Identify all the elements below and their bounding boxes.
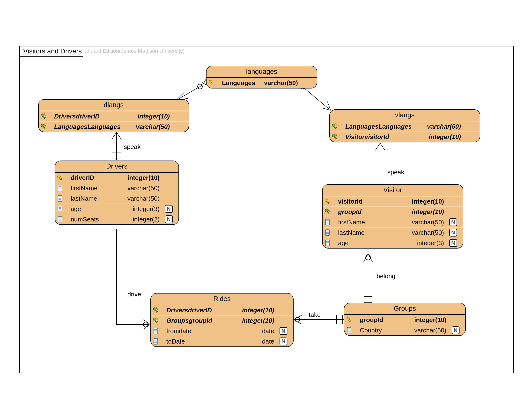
column-name: Languages — [221, 78, 260, 87]
column-icon — [324, 219, 331, 226]
entity-row: groupIdinteger(10) — [344, 315, 465, 325]
column-icon — [57, 195, 64, 202]
primary-key-icon — [324, 198, 331, 205]
entity-row: fromdatedateN — [151, 326, 293, 336]
column-name: firstName — [337, 218, 408, 227]
nullable-badge: N — [165, 205, 173, 213]
column-name: LanguagesLanguages — [344, 122, 423, 131]
foreign-key-icon — [324, 208, 331, 215]
entity-row: VisitorvisitorIdinteger(10) — [330, 131, 480, 142]
column-type: varchar(50) — [127, 184, 161, 193]
label-speak-2: speak — [387, 168, 404, 176]
column-type: varchar(50) — [427, 122, 462, 131]
column-name: lastName — [70, 194, 123, 203]
svg-rect-79 — [325, 230, 329, 235]
svg-line-0 — [178, 85, 202, 99]
foreign-key-icon — [331, 133, 339, 140]
column-type: date — [262, 337, 275, 346]
column-name: GroupsgroupId — [165, 316, 238, 325]
entity-row: firstNamevarchar(50) — [55, 183, 179, 193]
label-belong: belong — [377, 272, 395, 280]
column-type: varchar(50) — [412, 218, 445, 227]
column-name: VisitorvisitorId — [344, 132, 424, 141]
entity-groups[interactable]: Groups groupIdinteger(10) Countryvarchar… — [344, 303, 466, 336]
foreign-key-icon — [331, 123, 339, 130]
primary-key-icon — [208, 79, 215, 86]
entity-row: Countryvarchar(50)N — [344, 325, 465, 335]
column-type: varchar(50) — [136, 122, 171, 131]
svg-rect-63 — [58, 216, 62, 222]
primary-key-icon — [346, 316, 353, 324]
column-icon — [57, 205, 64, 213]
column-icon — [57, 216, 64, 223]
column-type: varchar(50) — [414, 326, 447, 335]
column-name: numSeats — [70, 215, 128, 224]
column-name: groupId — [337, 207, 408, 216]
column-type: integer(2) — [133, 215, 161, 224]
column-icon — [152, 338, 160, 345]
entity-row: firstNamevarchar(50)N — [323, 217, 463, 227]
column-name: firstName — [70, 184, 123, 193]
svg-rect-75 — [325, 219, 329, 225]
column-type: integer(10) — [414, 315, 447, 325]
entity-visitor[interactable]: Visitor visitorIdinteger(10) groupIdinte… — [322, 184, 463, 249]
rel-dlangs-drivers — [112, 132, 121, 160]
entity-row: ageinteger(3)N — [55, 204, 179, 214]
column-icon — [152, 327, 160, 335]
entity-row: toDatedateN — [151, 336, 293, 346]
entity-row: numSeatsinteger(2)N — [55, 214, 179, 224]
svg-rect-97 — [154, 328, 158, 334]
nullable-badge: N — [280, 327, 287, 335]
entity-row: driverIDinteger(10) — [55, 173, 179, 183]
rel-vlangs-visitor — [375, 143, 385, 184]
column-type: integer(10) — [138, 112, 171, 121]
entity-body: Languagesvarchar(50) — [207, 78, 317, 88]
column-type: integer(10) — [412, 207, 445, 216]
entity-row: DriversdriverIDinteger(10) — [39, 111, 189, 121]
column-type: integer(10) — [242, 306, 275, 315]
nullable-badge: N — [449, 218, 457, 226]
nullable-badge: N — [165, 215, 173, 223]
entity-row: ageinteger(3)N — [323, 238, 463, 248]
column-icon — [57, 185, 64, 192]
entity-dlangs[interactable]: dlangs DriversdriverIDinteger(10) Langua… — [38, 99, 189, 132]
column-name: groupId — [359, 315, 410, 325]
rel-visitor-groups — [364, 253, 372, 304]
entity-rides[interactable]: Rides DriversdriverIDinteger(10) Groupsg… — [150, 293, 294, 347]
svg-rect-101 — [154, 338, 158, 344]
entity-row: lastNamevarchar(50) — [55, 193, 179, 204]
entity-languages[interactable]: languages Languagesvarchar(50) — [206, 66, 317, 88]
nullable-badge: N — [449, 239, 457, 247]
column-name: toDate — [165, 337, 257, 346]
entity-title: Groups — [344, 303, 465, 315]
label-take: take — [309, 311, 321, 319]
svg-rect-83 — [325, 240, 329, 246]
label-speak-1: speak — [124, 143, 141, 151]
foreign-key-icon — [152, 307, 160, 314]
entity-row: DriversdriverIDinteger(10) — [151, 305, 293, 315]
entity-row: LanguagesLanguagesvarchar(50) — [39, 121, 189, 132]
nullable-badge: N — [280, 337, 287, 345]
entity-drivers[interactable]: Drivers driverIDinteger(10) firstNamevar… — [55, 160, 179, 225]
column-type: integer(3) — [133, 204, 161, 214]
nullable-badge: N — [452, 326, 459, 334]
entity-title: vlangs — [330, 110, 480, 121]
entity-row: lastNamevarchar(50)N — [323, 227, 463, 238]
column-name: Country — [359, 326, 410, 335]
entity-body: LanguagesLanguagesvarchar(50) Visitorvis… — [330, 121, 480, 142]
diagram-page: Visual Paradigm for UML Standard Edition… — [0, 0, 532, 411]
entity-row: Languagesvarchar(50) — [207, 78, 317, 88]
column-name: visitorId — [337, 197, 408, 206]
svg-rect-108 — [347, 327, 351, 333]
entity-row: GroupsgroupIdinteger(10) — [151, 315, 293, 326]
column-name: driverID — [70, 173, 123, 182]
entity-title: dlangs — [39, 100, 189, 111]
entity-vlangs[interactable]: vlangs LanguagesLanguagesvarchar(50) Vis… — [329, 109, 480, 142]
column-name: age — [337, 238, 413, 248]
column-type: integer(10) — [429, 132, 462, 141]
column-name: DriversdriverID — [53, 112, 133, 121]
column-type: integer(10) — [242, 316, 275, 325]
entity-title: languages — [207, 66, 317, 78]
entity-row: LanguagesLanguagesvarchar(50) — [330, 121, 480, 131]
svg-rect-51 — [58, 185, 62, 191]
